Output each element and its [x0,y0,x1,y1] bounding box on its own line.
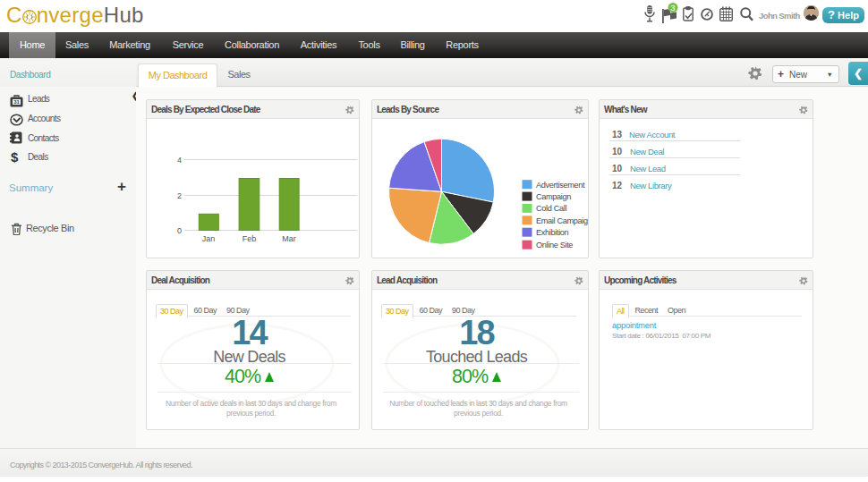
svg-text:Email Campaig: Email Campaig [536,216,588,225]
svg-text:2: 2 [177,191,182,200]
svg-text:Campaign: Campaign [536,192,571,201]
svg-text:4: 4 [177,156,182,165]
svg-text:Feb: Feb [243,234,257,243]
svg-text:Online Site: Online Site [536,241,573,249]
svg-text:Advertisement: Advertisement [536,181,585,190]
svg-text:Exhibition: Exhibition [536,228,569,237]
svg-text:3: 3 [670,3,675,13]
svg-text:Mar: Mar [282,234,296,243]
svg-text:Cold Call: Cold Call [536,204,566,213]
svg-text:31: 31 [13,99,20,105]
svg-text:Jan: Jan [202,234,216,243]
svg-text:0: 0 [177,226,182,235]
